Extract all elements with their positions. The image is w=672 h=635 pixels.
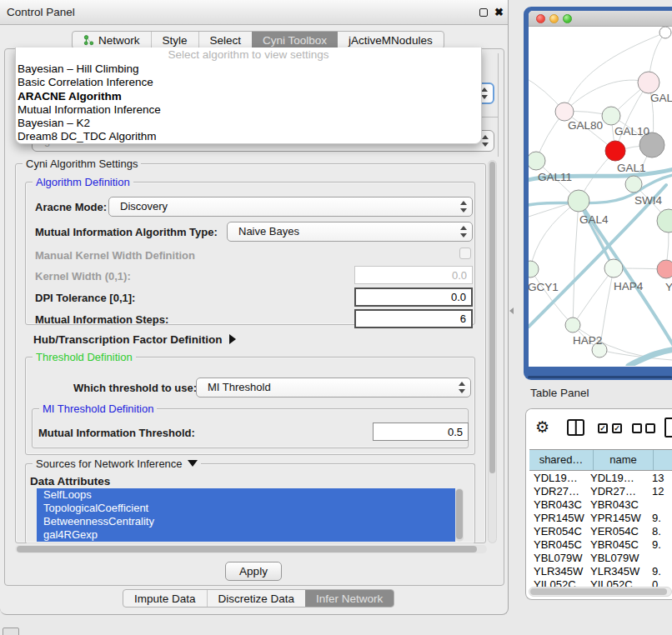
network-view-window: GAL GAL80 GAL10 GAL1 GAL11 SWI4 GAL4 GCY… — [524, 7, 672, 380]
manual-kernel-width-label: Manual Kernel Width Definition — [35, 249, 195, 262]
dropdown-item-bayesian-hill-climbing[interactable]: Bayesian – Hill Climbing — [16, 62, 481, 76]
scrollbar-thumb[interactable] — [17, 546, 477, 552]
which-threshold-combo[interactable]: MI Threshold — [196, 378, 471, 398]
node-gal80[interactable] — [555, 102, 574, 121]
mi-steps-input[interactable] — [354, 309, 473, 328]
list-item-gal4rgexp[interactable]: gal4RGexp — [37, 528, 455, 542]
control-panel-tabbar: Network Style Select Cyni Toolbox jActiv… — [72, 31, 444, 49]
panel-divider-handle[interactable] — [509, 308, 514, 314]
select-all-checkbox-icon[interactable]: ✓ — [598, 423, 608, 433]
tab-infer-network[interactable]: Infer Network — [305, 590, 394, 607]
node-top-partial[interactable] — [659, 27, 671, 38]
column-header-partial[interactable] — [654, 450, 672, 470]
minimize-traffic-light-icon[interactable] — [549, 14, 559, 23]
table-row[interactable]: YBL079WYBL079W — [529, 552, 672, 565]
table-row[interactable]: YBR043CYBR043C — [529, 498, 672, 512]
node-hap2[interactable] — [565, 318, 580, 332]
deselect-checkbox-icon[interactable] — [632, 423, 642, 433]
settings-vertical-scrollbar[interactable] — [488, 160, 497, 543]
dropdown-item-dream8[interactable]: Dream8 DC_TDC Algorithm — [16, 130, 481, 143]
list-item-selfloops[interactable]: SelfLoops — [37, 488, 455, 502]
mi-threshold-input[interactable] — [373, 422, 469, 441]
document-icon[interactable] — [664, 418, 672, 438]
cell-name: YDL19… — [590, 472, 652, 485]
label-gal1: GAL1 — [617, 162, 646, 174]
close-traffic-light-icon[interactable] — [536, 14, 545, 23]
label-swi4: SWI4 — [634, 194, 662, 207]
list-item-betweennesscentrality[interactable]: BetweennessCentrality — [37, 515, 455, 528]
manual-kernel-width-checkbox[interactable] — [459, 248, 471, 259]
network-view-frame: GAL GAL80 GAL10 GAL1 GAL11 SWI4 GAL4 GCY… — [529, 11, 672, 367]
mi-algorithm-type-combo[interactable]: Naive Bayes — [227, 222, 473, 242]
table-row[interactable]: YER054CYER054C8. — [529, 525, 672, 538]
deselect-checkbox-icon-2[interactable] — [645, 423, 655, 433]
node-gal10[interactable] — [602, 107, 620, 125]
columns-icon[interactable] — [567, 419, 584, 436]
table-row[interactable]: YDR27…YDR27…12 — [529, 485, 672, 498]
node-gal2[interactable] — [638, 72, 659, 93]
hidden-group-border-fragment-2 — [482, 117, 498, 118]
node-gal11[interactable] — [529, 152, 545, 170]
label-gal80: GAL80 — [568, 119, 603, 132]
table-horizontal-scrollbar[interactable] — [529, 587, 672, 597]
dropdown-item-aracne[interactable]: ARACNE Algorithm — [16, 90, 481, 103]
scrollbar-thumb[interactable] — [530, 588, 667, 595]
column-header-shared-name[interactable]: shared… — [529, 450, 594, 470]
dropdown-item-mutual-information[interactable]: Mutual Information Inference — [16, 103, 481, 117]
settings-horizontal-scrollbar[interactable] — [15, 545, 487, 553]
node-right-green[interactable] — [657, 209, 672, 232]
float-window-icon[interactable] — [479, 8, 488, 17]
window-border-accent — [528, 376, 672, 378]
zoom-traffic-light-icon[interactable] — [563, 14, 572, 23]
table-row[interactable]: YLR345WYLR345W9. — [529, 565, 672, 578]
node-salmon[interactable] — [657, 260, 672, 278]
cell-shared: YER054C — [529, 525, 590, 538]
table-row[interactable]: YPR145WYPR145W9. — [529, 512, 672, 525]
scrollbar-thumb[interactable] — [489, 162, 495, 473]
close-icon[interactable]: ✖ — [494, 7, 504, 18]
hub-tf-definition-label: Hub/Transcription Factor Definition — [33, 333, 223, 346]
cell-shared: YDL19… — [529, 472, 590, 485]
kernel-width-input[interactable] — [354, 266, 473, 284]
gear-icon[interactable]: ⚙ — [535, 418, 549, 437]
data-attributes-list: SelfLoops TopologicalCoefficient Between… — [37, 488, 455, 542]
tab-style[interactable]: Style — [151, 32, 198, 48]
tab-cyni-toolbox[interactable]: Cyni Toolbox — [252, 32, 338, 48]
aracne-mode-combo[interactable]: Discovery — [108, 197, 473, 217]
column-header-name[interactable]: name — [594, 450, 654, 470]
mi-algorithm-type-label: Mutual Information Algorithm Type: — [35, 226, 218, 238]
table-row[interactable]: YBR045CYBR045C9. — [529, 538, 672, 552]
network-canvas[interactable]: GAL GAL80 GAL10 GAL1 GAL11 SWI4 GAL4 GCY… — [529, 27, 672, 366]
tab-network[interactable]: Network — [73, 32, 151, 48]
dropdown-item-bayesian-k2[interactable]: Bayesian – K2 — [16, 117, 481, 130]
node-gal1[interactable] — [605, 141, 625, 161]
select-all-checkbox-icon-2[interactable]: ✓ — [612, 423, 622, 433]
cell-shared: YDR27… — [529, 485, 590, 498]
node-swi4[interactable] — [625, 176, 642, 192]
node-gal4[interactable] — [568, 190, 589, 212]
network-window-titlebar[interactable] — [529, 11, 672, 27]
tab-discretize-data[interactable]: Discretize Data — [207, 590, 306, 607]
sources-title[interactable]: Sources for Network Inference — [33, 458, 201, 470]
combo-stepper-icon — [459, 382, 466, 393]
tab-jactivemnodules[interactable]: jActiveMNodules — [338, 32, 444, 48]
tab-impute-data[interactable]: Impute Data — [123, 590, 207, 607]
network-icon — [83, 35, 94, 46]
table-row[interactable]: YDL19…YDL19…13 — [529, 472, 672, 485]
cell-shared: YLR345W — [529, 565, 590, 578]
dpi-tolerance-input[interactable] — [354, 288, 473, 307]
dropdown-item-basic-correlation[interactable]: Basic Correlation Inference — [16, 76, 481, 89]
collapsed-panel-icon[interactable] — [3, 628, 19, 635]
node-hap4[interactable] — [604, 259, 623, 278]
attributes-list-scrollbar[interactable] — [455, 488, 464, 542]
list-item-topologicalcoefficient[interactable]: TopologicalCoefficient — [37, 502, 455, 515]
scrollbar-thumb[interactable] — [456, 489, 463, 539]
mi-algorithm-type-value: Naive Bayes — [238, 225, 299, 238]
apply-button[interactable]: Apply — [225, 562, 282, 581]
control-panel-titlebar: Control Panel ✖ — [0, 0, 508, 25]
tab-select[interactable]: Select — [198, 32, 253, 48]
cell-shared: YBL079W — [529, 552, 590, 565]
node-gcy1[interactable] — [529, 261, 539, 278]
hub-tf-definition-expander[interactable]: Hub/Transcription Factor Definition — [33, 333, 236, 346]
table-header-row: shared… name — [529, 449, 672, 471]
